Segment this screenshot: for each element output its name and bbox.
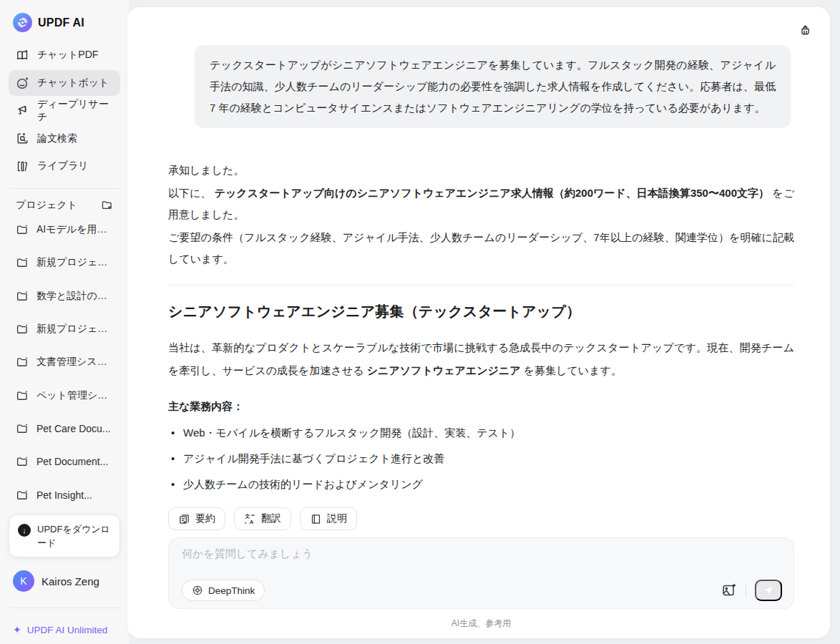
- project-item[interactable]: Pet Insight...: [9, 479, 120, 512]
- intro-prefix: 以下に、: [168, 187, 215, 199]
- paper-search-icon: [16, 132, 29, 145]
- upgrade-label: UPDF AI Unlimited: [27, 625, 108, 635]
- deepthink-toggle[interactable]: DeepThink: [182, 580, 265, 601]
- send-button[interactable]: [755, 580, 782, 601]
- body-suffix: を募集しています。: [521, 364, 622, 376]
- translate-button[interactable]: 文 A 翻訳: [234, 507, 291, 530]
- send-icon: [763, 585, 774, 596]
- body-bold: シニアソフトウェアエンジニア: [367, 364, 521, 376]
- sidebar-item-label: ライブラリ: [37, 160, 89, 172]
- project-item-label: ペット管理シス...: [36, 389, 113, 402]
- translate-label: 翻訳: [261, 512, 281, 525]
- folder-icon: [16, 455, 29, 468]
- project-item-label: Pet Document...: [36, 456, 108, 467]
- duty-item: アジャイル開発手法に基づくプロジェクト進行と改善: [168, 451, 794, 467]
- translate-icon: 文 A: [244, 513, 256, 525]
- response-divider: [168, 285, 794, 286]
- user-account[interactable]: K Kairos Zeng: [9, 557, 120, 600]
- job-post-heading: シニアソフトウェアエンジニア募集（テックスタートアップ）: [168, 302, 794, 321]
- summarize-label: 要約: [195, 512, 215, 525]
- sidebar-item-label: チャットボット: [37, 77, 109, 89]
- project-item[interactable]: 新規プロジェクト: [9, 313, 120, 346]
- project-item-label: 文書管理システム: [36, 356, 113, 369]
- project-item[interactable]: Pet Document...: [9, 445, 120, 478]
- ai-disclaimer: AI生成、参考用: [168, 618, 794, 630]
- project-item[interactable]: 新規プロジェクト: [9, 246, 120, 279]
- clear-chat-button[interactable]: [794, 20, 816, 42]
- duties-header: 主な業務内容：: [168, 398, 794, 415]
- sidebar-divider: [10, 188, 119, 189]
- folder-icon: [16, 256, 29, 269]
- project-item[interactable]: AIモデルを用い...: [9, 213, 120, 246]
- explain-label: 説明: [327, 512, 347, 525]
- sidebar: UPDF AI チャットPDF: [0, 0, 129, 644]
- folder-icon: [16, 323, 29, 336]
- download-label: UPDFをダウンロード: [37, 522, 111, 550]
- response-ack: 承知しました。: [168, 160, 794, 181]
- project-item[interactable]: 文書管理システム: [9, 346, 120, 379]
- updf-ai-logo-icon: [13, 13, 32, 32]
- sidebar-item-paper-search[interactable]: 論文検索: [9, 125, 120, 152]
- project-item[interactable]: 数学と設計の探求: [9, 279, 120, 312]
- job-post-body: 当社は、革新的なプロダクトとスケーラブルな技術で市場に挑戦する急成長中のテックス…: [168, 336, 794, 382]
- input-right-controls: [721, 580, 782, 601]
- chat-panel: テックスタートアップがシニアソフトウェアエンジニアを募集しています。フルスタック…: [127, 7, 830, 638]
- chatbot-icon: [16, 77, 29, 90]
- sidebar-item-deep-research[interactable]: ディープリサーチ: [9, 97, 120, 124]
- message-input[interactable]: [182, 547, 782, 569]
- download-icon: ↓: [18, 524, 31, 537]
- project-item-label: 新規プロジェクト: [36, 323, 113, 336]
- duties-list: Web・モバイルを横断するフルスタック開発（設計、実装、テスト） アジャイル開発…: [168, 425, 794, 502]
- project-item-label: AIモデルを用い...: [36, 223, 113, 236]
- upgrade-link[interactable]: ✦ UPDF AI Unlimited: [9, 615, 120, 637]
- response-intro: 以下に、 テックスタートアップ向けのシニアソフトウェアエンジニア求人情報（約20…: [168, 182, 794, 225]
- library-icon: [16, 160, 29, 173]
- deep-research-icon: [16, 104, 29, 117]
- sidebar-item-label: 論文検索: [37, 132, 77, 145]
- project-item-label: 数学と設計の探求: [36, 290, 113, 303]
- folder-icon: [16, 290, 29, 303]
- folder-icon: [16, 356, 29, 369]
- project-item-label: Pet Insight...: [36, 489, 92, 501]
- project-item[interactable]: ペット管理シス...: [9, 379, 120, 411]
- project-item-label: Pet Care Docu...: [36, 423, 111, 434]
- sidebar-bottom: ↓ UPDFをダウンロード K Kairos Zeng ✦ UPDF AI Un…: [9, 512, 120, 637]
- sidebar-item-library[interactable]: ライブラリ: [9, 153, 120, 180]
- quick-actions: 要約 文 A 翻訳 説明: [168, 507, 794, 530]
- user-name: Kairos Zeng: [41, 575, 99, 587]
- folder-icon: [16, 489, 29, 502]
- duty-item: 少人数チームの技術的リードおよびメンタリング: [168, 477, 794, 492]
- projects-header: プロジェクト: [9, 196, 120, 213]
- sparkle-icon: ✦: [13, 624, 21, 635]
- deepthink-icon: [192, 585, 203, 596]
- app-title: UPDF AI: [38, 16, 84, 29]
- explain-icon: [310, 513, 322, 525]
- chat-message-area[interactable]: テックスタートアップがシニアソフトウェアエンジニアを募集しています。フルスタック…: [127, 7, 830, 502]
- project-item-label: 新規プロジェクト: [36, 256, 113, 269]
- app-logo: UPDF AI: [9, 7, 120, 42]
- folder-icon: [16, 389, 29, 402]
- chat-pdf-icon: [16, 49, 29, 62]
- add-image-icon[interactable]: [721, 582, 737, 598]
- deepthink-label: DeepThink: [208, 585, 255, 596]
- sidebar-item-label: ディープリサーチ: [37, 98, 113, 124]
- project-item[interactable]: Pet Care Docu...: [9, 412, 120, 445]
- message-input-box[interactable]: DeepThink: [168, 537, 794, 609]
- intro-bold: テックスタートアップ向けのシニアソフトウェアエンジニア求人情報（約200ワード、…: [215, 187, 769, 199]
- folder-icon: [16, 223, 29, 236]
- duty-item: Web・モバイルを横断するフルスタック開発（設計、実装、テスト）: [168, 425, 794, 441]
- composer-area: 要約 文 A 翻訳 説明: [127, 502, 830, 638]
- summarize-button[interactable]: 要約: [168, 507, 225, 530]
- explain-button[interactable]: 説明: [300, 507, 357, 530]
- sidebar-item-chatbot[interactable]: チャットボット: [9, 70, 120, 97]
- input-toolbar: DeepThink: [182, 580, 782, 601]
- summarize-icon: [178, 513, 190, 525]
- projects-header-label: プロジェクト: [16, 199, 77, 212]
- sidebar-item-label: チャットPDF: [37, 49, 98, 62]
- download-updf-button[interactable]: ↓ UPDFをダウンロード: [9, 514, 120, 557]
- new-project-icon[interactable]: [101, 199, 113, 211]
- sidebar-item-chat-pdf[interactable]: チャットPDF: [9, 42, 120, 69]
- response-intro-line2: ご要望の条件（フルスタック経験、アジャイル手法、少人数チームのリーダーシップ、7…: [168, 227, 794, 270]
- sidebar-top: UPDF AI チャットPDF: [9, 7, 120, 512]
- toolbar-divider: [746, 583, 746, 597]
